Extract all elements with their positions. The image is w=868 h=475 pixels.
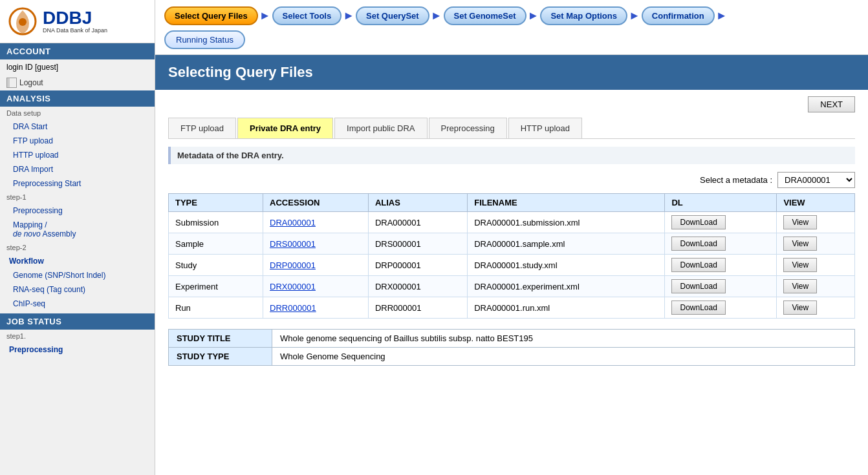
view-button-1[interactable]: View — [783, 237, 817, 251]
logout-button[interactable]: Logout — [0, 75, 155, 90]
step-pill-select-query[interactable]: Select Query Files — [164, 6, 258, 25]
col-dl: DL — [665, 194, 777, 212]
tab-preprocessing[interactable]: Preprocessing — [429, 118, 507, 138]
svg-point-1 — [19, 18, 27, 26]
metadata-table: TYPE ACCESSION ALIAS FILENAME DL VIEW Su… — [168, 193, 855, 319]
wizard-step-4[interactable]: Set GenomeSet — [444, 6, 526, 25]
cell-alias-4: DRR000001 — [368, 297, 467, 319]
study-title-label: STUDY TITLE — [169, 330, 272, 348]
job-step1-label: step1. — [0, 330, 155, 343]
metadata-select[interactable]: DRA000001 — [777, 172, 855, 188]
download-button-1[interactable]: DownLoad — [671, 237, 725, 251]
table-row: Study DRP000001 DRP000001 DRA000001.stud… — [169, 255, 855, 276]
arrow-6: ► — [716, 9, 728, 23]
arrow-3: ► — [431, 9, 442, 23]
accession-link-2[interactable]: DRP000001 — [270, 260, 316, 270]
cell-filename-3: DRA000001.experiment.xml — [468, 276, 665, 297]
cell-accession-1: DRS000001 — [263, 233, 369, 255]
step-pill-confirmation[interactable]: Confirmation — [642, 6, 715, 25]
view-button-4[interactable]: View — [783, 301, 817, 315]
accession-link-0[interactable]: DRA000001 — [270, 218, 316, 227]
tab-private-dra[interactable]: Private DRA entry — [237, 118, 333, 138]
cell-type-3: Experiment — [169, 276, 263, 297]
login-id: login ID [guest] — [0, 59, 155, 75]
step-pill-select-tools[interactable]: Select Tools — [272, 6, 342, 25]
cell-view-2: View — [777, 255, 855, 276]
cell-view-0: View — [777, 212, 855, 233]
running-status-button[interactable]: Running Status — [164, 30, 245, 49]
col-type: TYPE — [169, 194, 263, 212]
select-metadata-label: Select a metadata : — [700, 175, 772, 185]
view-button-2[interactable]: View — [783, 258, 817, 272]
sidebar-item-preprocessing[interactable]: Preprocessing — [0, 204, 155, 218]
table-row: Submission DRA000001 DRA000001 DRA000001… — [169, 212, 855, 233]
download-button-3[interactable]: DownLoad — [671, 279, 725, 293]
study-type-row: STUDY TYPE Whole Genome Sequencing — [169, 348, 855, 366]
next-btn-row: NEXT — [168, 96, 855, 112]
study-type-value: Whole Genome Sequencing — [272, 348, 855, 366]
logo-area: DDBJ DNA Data Bank of Japan — [0, 0, 155, 43]
page-header: Selecting Query Files — [155, 55, 868, 90]
cell-filename-4: DRA000001.run.xml — [468, 297, 665, 319]
job-status-header: JOB STATUS — [0, 313, 155, 330]
sidebar-item-ftp-upload[interactable]: FTP upload — [0, 134, 155, 148]
sidebar-item-rnaseq[interactable]: RNA-seq (Tag count) — [0, 282, 155, 297]
wizard-steps: Select Query Files ► Select Tools ► Set … — [164, 6, 859, 25]
study-type-label: STUDY TYPE — [169, 348, 272, 366]
content-area: NEXT FTP upload Private DRA entry Import… — [155, 90, 868, 379]
view-button-0[interactable]: View — [783, 215, 817, 229]
sidebar-item-mapping[interactable]: Mapping /de novo Assembly — [0, 218, 155, 241]
cell-type-1: Sample — [169, 233, 263, 255]
account-header: ACCOUNT — [0, 43, 155, 59]
cell-view-4: View — [777, 297, 855, 319]
sidebar-item-workflow: Workflow — [0, 254, 155, 268]
step-pill-set-genomeset[interactable]: Set GenomeSet — [444, 6, 526, 25]
wizard-step-3[interactable]: Set QuerySet — [356, 6, 429, 25]
cell-filename-1: DRA000001.sample.xml — [468, 233, 665, 255]
tab-import-public-dra[interactable]: Import public DRA — [334, 118, 427, 138]
wizard-step-1[interactable]: Select Query Files — [164, 6, 258, 25]
view-button-3[interactable]: View — [783, 279, 817, 293]
cell-type-2: Study — [169, 255, 263, 276]
tab-bar: FTP upload Private DRA entry Import publ… — [168, 118, 855, 139]
cell-filename-0: DRA000001.submission.xml — [468, 212, 665, 233]
step-pill-set-queryset[interactable]: Set QuerySet — [356, 6, 429, 25]
sidebar: DDBJ DNA Data Bank of Japan ACCOUNT logi… — [0, 0, 155, 475]
cell-accession-0: DRA000001 — [263, 212, 369, 233]
sidebar-item-dra-import[interactable]: DRA Import — [0, 162, 155, 176]
next-button[interactable]: NEXT — [808, 96, 855, 112]
sidebar-item-genome[interactable]: Genome (SNP/Short Indel) — [0, 268, 155, 282]
select-metadata-row: Select a metadata : DRA000001 — [168, 172, 855, 188]
tab-http-upload[interactable]: HTTP upload — [508, 118, 582, 138]
arrow-2: ► — [343, 9, 354, 23]
cell-alias-0: DRA000001 — [368, 212, 467, 233]
cell-view-3: View — [777, 276, 855, 297]
study-info-table: STUDY TITLE Whole genome sequencing of B… — [168, 329, 855, 366]
cell-dl-1: DownLoad — [665, 233, 777, 255]
main-content: Select Query Files ► Select Tools ► Set … — [155, 0, 868, 475]
sidebar-item-preprocessing-start[interactable]: Preprocessing Start — [0, 176, 155, 191]
accession-link-1[interactable]: DRS000001 — [270, 239, 316, 249]
wizard-step-6[interactable]: Confirmation — [642, 6, 715, 25]
logo-name: DDBJ — [43, 9, 107, 27]
data-setup-label: Data setup — [0, 107, 155, 120]
accession-link-4[interactable]: DRR000001 — [270, 303, 316, 313]
wizard-step-2[interactable]: Select Tools — [272, 6, 342, 25]
cell-dl-2: DownLoad — [665, 255, 777, 276]
sidebar-item-dra-start[interactable]: DRA Start — [0, 120, 155, 134]
arrow-1: ► — [259, 9, 271, 23]
wizard-step-5[interactable]: Set Map Options — [540, 6, 627, 25]
sidebar-item-chipseq[interactable]: ChIP-seq — [0, 297, 155, 311]
download-button-2[interactable]: DownLoad — [671, 258, 725, 272]
sidebar-item-http-upload[interactable]: HTTP upload — [0, 148, 155, 162]
tab-ftp-upload[interactable]: FTP upload — [168, 118, 236, 138]
metadata-notice: Metadata of the DRA entry. — [168, 147, 855, 164]
ddbj-logo-icon — [6, 5, 39, 37]
study-title-value: Whole genome sequencing of Baillus subti… — [272, 330, 855, 348]
accession-link-3[interactable]: DRX000001 — [270, 282, 316, 291]
download-button-4[interactable]: DownLoad — [671, 301, 725, 315]
cell-type-0: Submission — [169, 212, 263, 233]
download-button-0[interactable]: DownLoad — [671, 215, 725, 229]
step-pill-set-mapoptions[interactable]: Set Map Options — [540, 6, 627, 25]
table-row: Experiment DRX000001 DRX000001 DRA000001… — [169, 276, 855, 297]
